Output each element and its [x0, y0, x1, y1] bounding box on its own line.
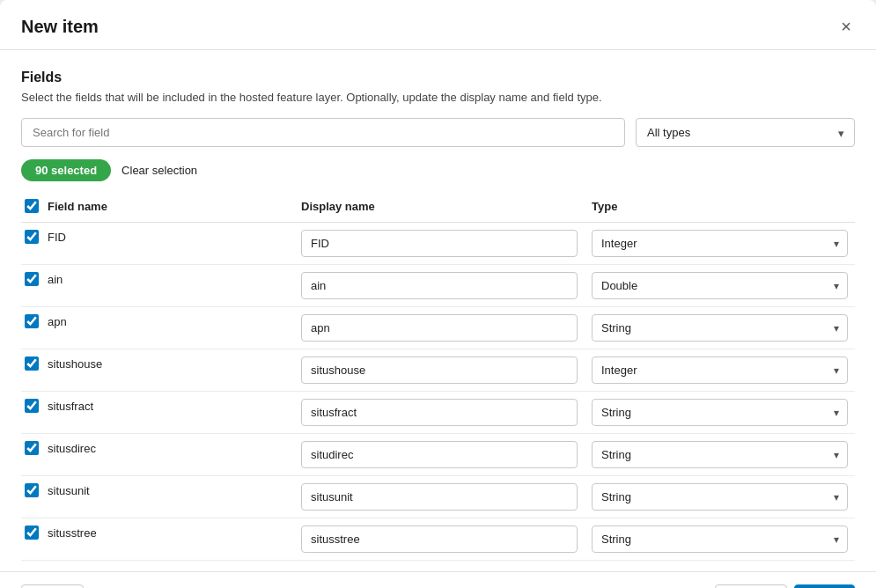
display-name-cell: [294, 518, 585, 561]
type-cell: IntegerDoubleStringDateSmallIntegerSingl…: [585, 476, 855, 518]
type-select-situshouse[interactable]: IntegerDoubleStringDateSmallIntegerSingl…: [592, 356, 848, 384]
new-item-dialog: New item × Fields Select the fields that…: [0, 0, 876, 588]
type-select-apn[interactable]: IntegerDoubleStringDateSmallIntegerSingl…: [592, 314, 848, 342]
table-header-row: Field name Display name Type: [21, 194, 855, 223]
display-name-input-situsunit[interactable]: [301, 483, 578, 511]
type-cell: IntegerDoubleStringDateSmallIntegerSingl…: [585, 349, 855, 392]
type-select-wrapper-situsdirec: IntegerDoubleStringDateSmallIntegerSingl…: [592, 441, 848, 468]
display-name-input-situsdirec[interactable]: [301, 441, 578, 468]
field-name-cell: situshouse: [21, 349, 294, 378]
type-select-wrapper-apn: IntegerDoubleStringDateSmallIntegerSingl…: [592, 314, 848, 342]
col-display-name: Display name: [294, 194, 585, 223]
clear-selection-button[interactable]: Clear selection: [121, 164, 197, 177]
field-label-situsdirec: situsdirec: [48, 442, 96, 455]
field-label-situsfract: situsfract: [48, 400, 93, 413]
type-filter-wrapper: All typesIntegerDoubleStringDateSmallInt…: [636, 118, 855, 147]
type-select-situsstree[interactable]: IntegerDoubleStringDateSmallIntegerSingl…: [592, 526, 848, 553]
display-name-input-apn[interactable]: [301, 314, 578, 342]
table-row: FIDIntegerDoubleStringDateSmallIntegerSi…: [21, 223, 855, 265]
dialog-header: New item ×: [0, 0, 876, 50]
display-name-input-situsstree[interactable]: [301, 526, 578, 553]
type-select-fid[interactable]: IntegerDoubleStringDateSmallIntegerSingl…: [592, 230, 848, 257]
section-title: Fields: [21, 70, 855, 85]
type-select-situsunit[interactable]: IntegerDoubleStringDateSmallIntegerSingl…: [592, 483, 848, 511]
display-name-input-fid[interactable]: [301, 230, 578, 257]
type-select-situsdirec[interactable]: IntegerDoubleStringDateSmallIntegerSingl…: [592, 441, 848, 468]
field-name-cell: situsstree: [21, 518, 294, 547]
field-label-ain: ain: [48, 273, 63, 286]
checkbox-situsfract[interactable]: [25, 399, 39, 413]
table-row: situshouseIntegerDoubleStringDateSmallIn…: [21, 349, 855, 392]
type-cell: IntegerDoubleStringDateSmallIntegerSingl…: [585, 518, 855, 561]
search-toolbar: All typesIntegerDoubleStringDateSmallInt…: [21, 118, 855, 147]
type-cell: IntegerDoubleStringDateSmallIntegerSingl…: [585, 223, 855, 265]
field-name-cell: situsunit: [21, 476, 294, 504]
dialog-footer: Back Cancel Next: [0, 571, 876, 588]
field-label-situsstree: situsstree: [48, 526, 97, 540]
type-select-situsfract[interactable]: IntegerDoubleStringDateSmallIntegerSingl…: [592, 399, 848, 426]
type-cell: IntegerDoubleStringDateSmallIntegerSingl…: [585, 434, 855, 476]
field-label-situsunit: situsunit: [48, 484, 90, 497]
display-name-cell: [294, 307, 585, 349]
type-filter-select[interactable]: All typesIntegerDoubleStringDateSmallInt…: [636, 118, 855, 147]
close-button[interactable]: ×: [837, 16, 855, 37]
footer-right: Cancel Next: [715, 584, 855, 588]
header-checkbox[interactable]: [25, 199, 39, 213]
selected-count-badge[interactable]: 90 selected: [21, 159, 111, 181]
type-select-wrapper-ain: IntegerDoubleStringDateSmallIntegerSingl…: [592, 272, 848, 299]
back-button[interactable]: Back: [21, 584, 84, 588]
display-name-cell: [294, 476, 585, 518]
type-select-wrapper-situsstree: IntegerDoubleStringDateSmallIntegerSingl…: [592, 526, 848, 553]
checkbox-situsunit[interactable]: [25, 483, 39, 497]
display-name-input-situshouse[interactable]: [301, 356, 578, 384]
type-cell: IntegerDoubleStringDateSmallIntegerSingl…: [585, 392, 855, 434]
display-name-cell: [294, 223, 585, 265]
checkbox-apn[interactable]: [25, 314, 39, 328]
field-name-cell: FID: [21, 223, 294, 251]
selection-bar: 90 selected Clear selection: [21, 159, 855, 181]
table-row: situsfractIntegerDoubleStringDateSmallIn…: [21, 392, 855, 434]
checkbox-situsstree[interactable]: [25, 526, 39, 540]
col-field-name: Field name: [21, 194, 294, 223]
field-name-cell: situsfract: [21, 392, 294, 420]
checkbox-ain[interactable]: [25, 272, 39, 286]
display-name-input-ain[interactable]: [301, 272, 578, 299]
display-name-cell: [294, 349, 585, 392]
dialog-body: Fields Select the fields that will be in…: [0, 50, 876, 571]
footer-left: Back: [21, 584, 84, 588]
type-select-wrapper-situsfract: IntegerDoubleStringDateSmallIntegerSingl…: [592, 399, 848, 426]
table-row: situsdirecIntegerDoubleStringDateSmallIn…: [21, 434, 855, 476]
next-button[interactable]: Next: [794, 584, 855, 588]
field-name-cell: apn: [21, 307, 294, 335]
display-name-cell: [294, 265, 585, 307]
cancel-button[interactable]: Cancel: [715, 584, 787, 588]
checkbox-situshouse[interactable]: [25, 356, 39, 371]
table-row: situsunitIntegerDoubleStringDateSmallInt…: [21, 476, 855, 518]
dialog-title: New item: [21, 17, 99, 37]
type-select-ain[interactable]: IntegerDoubleStringDateSmallIntegerSingl…: [592, 272, 848, 299]
field-label-fid: FID: [48, 231, 66, 244]
checkbox-situsdirec[interactable]: [25, 441, 39, 455]
type-select-wrapper-fid: IntegerDoubleStringDateSmallIntegerSingl…: [592, 230, 848, 257]
type-select-wrapper-situsunit: IntegerDoubleStringDateSmallIntegerSingl…: [592, 483, 848, 511]
section-description: Select the fields that will be included …: [21, 91, 855, 104]
fields-table: Field name Display name Type FIDIntegerD…: [21, 194, 855, 561]
type-select-wrapper-situshouse: IntegerDoubleStringDateSmallIntegerSingl…: [592, 356, 848, 384]
table-row: ainIntegerDoubleStringDateSmallIntegerSi…: [21, 265, 855, 307]
table-row: situsstreeIntegerDoubleStringDateSmallIn…: [21, 518, 855, 561]
display-name-cell: [294, 434, 585, 476]
field-name-cell: ain: [21, 265, 294, 293]
field-label-apn: apn: [48, 315, 67, 328]
type-cell: IntegerDoubleStringDateSmallIntegerSingl…: [585, 307, 855, 349]
table-row: apnIntegerDoubleStringDateSmallIntegerSi…: [21, 307, 855, 349]
type-cell: IntegerDoubleStringDateSmallIntegerSingl…: [585, 265, 855, 307]
display-name-input-situsfract[interactable]: [301, 399, 578, 426]
checkbox-fid[interactable]: [25, 230, 39, 244]
search-input[interactable]: [21, 118, 625, 147]
field-label-situshouse: situshouse: [48, 357, 102, 371]
fields-table-body: FIDIntegerDoubleStringDateSmallIntegerSi…: [21, 223, 855, 561]
col-type: Type: [585, 194, 855, 223]
field-name-cell: situsdirec: [21, 434, 294, 462]
display-name-cell: [294, 392, 585, 434]
